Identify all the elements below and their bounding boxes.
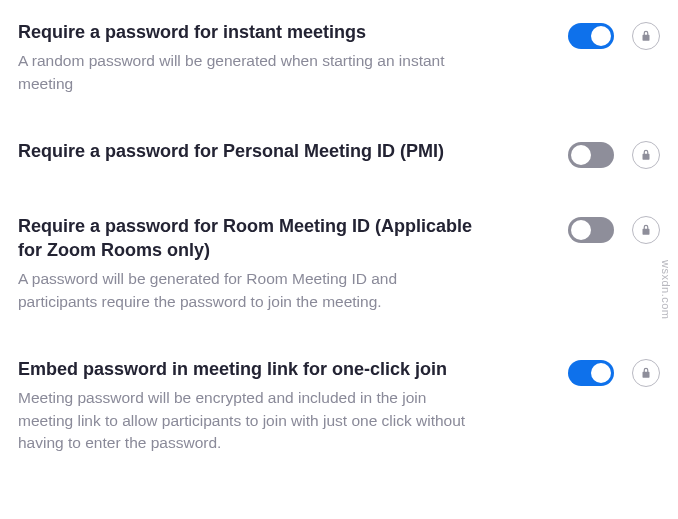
setting-room-meeting-password: Require a password for Room Meeting ID (…: [18, 214, 660, 314]
setting-title: Require a password for Personal Meeting …: [18, 139, 478, 163]
setting-text: Embed password in meeting link for one-c…: [18, 357, 498, 455]
setting-instant-meeting-password: Require a password for instant meetings …: [18, 20, 660, 95]
setting-text: Require a password for instant meetings …: [18, 20, 498, 95]
toggle-knob: [571, 220, 591, 240]
setting-text: Require a password for Personal Meeting …: [18, 139, 498, 169]
setting-description: A password will be generated for Room Me…: [18, 268, 478, 313]
setting-title: Require a password for Room Meeting ID (…: [18, 214, 478, 263]
lock-icon[interactable]: [632, 22, 660, 50]
setting-text: Require a password for Room Meeting ID (…: [18, 214, 498, 314]
setting-controls: [568, 20, 660, 50]
setting-description: Meeting password will be encrypted and i…: [18, 387, 478, 454]
setting-title: Embed password in meeting link for one-c…: [18, 357, 478, 381]
toggle-knob: [571, 145, 591, 165]
setting-controls: [568, 139, 660, 169]
lock-icon[interactable]: [632, 216, 660, 244]
setting-title: Require a password for instant meetings: [18, 20, 478, 44]
setting-description: A random password will be generated when…: [18, 50, 478, 95]
toggle-embed-password-link[interactable]: [568, 360, 614, 386]
watermark-text: wsxdn.com: [660, 260, 672, 320]
setting-controls: [568, 214, 660, 244]
toggle-knob: [591, 26, 611, 46]
toggle-pmi-password[interactable]: [568, 142, 614, 168]
setting-controls: [568, 357, 660, 387]
lock-icon[interactable]: [632, 359, 660, 387]
lock-icon[interactable]: [632, 141, 660, 169]
toggle-room-meeting-password[interactable]: [568, 217, 614, 243]
setting-embed-password-link: Embed password in meeting link for one-c…: [18, 357, 660, 455]
toggle-instant-meeting-password[interactable]: [568, 23, 614, 49]
toggle-knob: [591, 363, 611, 383]
setting-pmi-password: Require a password for Personal Meeting …: [18, 139, 660, 169]
